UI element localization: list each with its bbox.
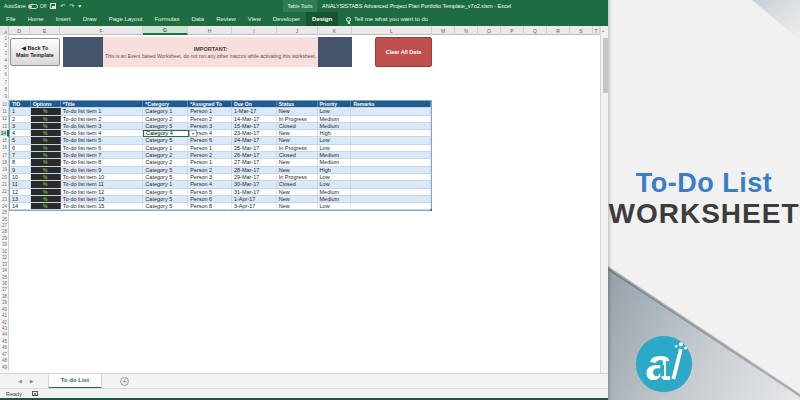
table-header-assignedto[interactable]: *Assigned To: [188, 101, 232, 107]
table-cell[interactable]: [351, 123, 431, 129]
table-cell[interactable]: 3-Apr-17: [232, 203, 277, 209]
table-cell[interactable]: 1: [10, 108, 31, 114]
table-header-status[interactable]: Status: [277, 101, 318, 107]
table-cell[interactable]: Medium: [318, 152, 352, 158]
row-header-13[interactable]: 13: [0, 123, 9, 130]
tab-formulas[interactable]: Formulas: [148, 12, 185, 26]
column-header-F[interactable]: F: [60, 26, 143, 35]
table-cell[interactable]: [351, 174, 431, 180]
table-cell[interactable]: To-do list item 3: [61, 123, 144, 129]
table-cell[interactable]: [351, 108, 431, 114]
table-header-remarks[interactable]: Remarks: [351, 101, 431, 107]
table-cell[interactable]: Category 5: [143, 196, 188, 202]
clear-all-data-button[interactable]: Clear All Data: [375, 37, 432, 67]
table-cell[interactable]: %: [31, 174, 61, 180]
tab-data[interactable]: Data: [185, 12, 210, 26]
table-cell[interactable]: [351, 130, 431, 136]
table-cell[interactable]: [351, 189, 431, 195]
table-cell[interactable]: Person 5: [188, 189, 232, 195]
table-cell[interactable]: Category 5: [143, 174, 188, 180]
row-header-8[interactable]: 8: [0, 86, 9, 93]
table-cell[interactable]: Category 5: [143, 137, 188, 143]
column-header-I[interactable]: I: [232, 26, 277, 35]
column-header-K[interactable]: K: [318, 26, 352, 35]
table-cell[interactable]: To-do list item 11: [61, 181, 144, 187]
row-header-1[interactable]: 1: [0, 35, 9, 42]
table-cell[interactable]: 24-Mar-17: [232, 137, 277, 143]
table-cell[interactable]: 8: [10, 159, 31, 165]
row-header-4[interactable]: 4: [0, 57, 9, 64]
table-cell[interactable]: %: [31, 116, 61, 122]
table-cell[interactable]: Medium: [318, 189, 352, 195]
autosave-toggle[interactable]: AutoSave Off: [4, 3, 46, 9]
table-cell[interactable]: 31-Mar-17: [232, 189, 277, 195]
table-cell[interactable]: 13: [10, 196, 31, 202]
table-cell[interactable]: Person 6: [188, 196, 232, 202]
table-cell[interactable]: Category 5: [143, 167, 188, 173]
table-cell[interactable]: New: [277, 108, 318, 114]
data-validation-dropdown-icon[interactable]: ▾: [189, 130, 197, 137]
table-cell[interactable]: In Progress: [277, 145, 318, 151]
table-cell[interactable]: Low: [318, 145, 352, 151]
table-cell[interactable]: New: [277, 130, 318, 136]
table-cell[interactable]: Category 1: [143, 108, 188, 114]
tab-page-layout[interactable]: Page Layout: [103, 12, 149, 26]
tab-developer[interactable]: Developer: [267, 12, 306, 26]
row-header-21[interactable]: 21: [0, 181, 9, 188]
table-cell[interactable]: [351, 145, 431, 151]
table-cell[interactable]: 14: [10, 203, 31, 209]
row-header-11[interactable]: 11: [0, 108, 9, 115]
table-cell[interactable]: 25-Mar-17: [232, 145, 277, 151]
table-cell[interactable]: %: [31, 167, 61, 173]
table-cell[interactable]: Low: [318, 108, 352, 114]
tell-me-box[interactable]: Tell me what you want to do: [346, 16, 428, 22]
scroll-up-icon[interactable]: ▴: [602, 28, 604, 33]
table-cell[interactable]: %: [31, 189, 61, 195]
table-cell[interactable]: 14-Mar-17: [232, 116, 277, 122]
table-cell[interactable]: 2: [10, 116, 31, 122]
table-cell[interactable]: 12: [10, 189, 31, 195]
column-header-E[interactable]: E: [30, 26, 60, 35]
table-cell[interactable]: Person 2: [188, 152, 232, 158]
table-cell[interactable]: In Progress: [277, 174, 318, 180]
column-header-N[interactable]: N: [455, 26, 478, 35]
row-header-24[interactable]: 24: [0, 203, 9, 210]
table-cell[interactable]: [351, 196, 431, 202]
table-cell[interactable]: 26-Mar-17: [232, 152, 277, 158]
table-cell[interactable]: Medium: [318, 159, 352, 165]
table-cell[interactable]: %: [31, 181, 61, 187]
table-cell[interactable]: To-do list item 1: [61, 108, 144, 114]
table-cell[interactable]: Category 6: [143, 189, 188, 195]
column-header-D[interactable]: D: [9, 26, 30, 35]
table-cell[interactable]: Person 3: [188, 123, 232, 129]
table-cell[interactable]: To-do list item 2: [61, 116, 144, 122]
table-cell[interactable]: To-do list item 6: [61, 145, 144, 151]
tab-home[interactable]: Home: [22, 12, 50, 26]
table-header-priority[interactable]: Priority: [318, 101, 352, 107]
table-cell[interactable]: High: [318, 130, 352, 136]
table-cell[interactable]: Category 1: [143, 145, 188, 151]
table-cell[interactable]: %: [31, 196, 61, 202]
table-cell[interactable]: To-do list item 4: [61, 130, 144, 136]
sheet-tab-to-do-list[interactable]: To do List: [48, 374, 102, 389]
row-header-6[interactable]: 6: [0, 71, 9, 78]
row-header-9[interactable]: 9: [0, 93, 9, 100]
column-header-P[interactable]: P: [501, 26, 524, 35]
table-cell[interactable]: [351, 181, 431, 187]
next-sheet-icon[interactable]: ▶: [30, 378, 34, 384]
table-cell[interactable]: 11: [10, 181, 31, 187]
table-cell[interactable]: To-do list item 9: [61, 167, 144, 173]
row-header-14[interactable]: 14: [0, 130, 9, 137]
table-header-title[interactable]: *Title: [61, 101, 144, 107]
table-cell[interactable]: To-do list item 12: [61, 189, 144, 195]
table-cell[interactable]: Person 6: [188, 137, 232, 143]
row-header-18[interactable]: 18: [0, 159, 9, 166]
row-header-7[interactable]: 7: [0, 79, 9, 86]
table-cell[interactable]: Person 8: [188, 203, 232, 209]
row-header-20[interactable]: 20: [0, 174, 9, 181]
table-cell[interactable]: New: [277, 196, 318, 202]
table-cell[interactable]: 10: [10, 174, 31, 180]
table-cell[interactable]: In Progress: [277, 116, 318, 122]
vertical-scrollbar[interactable]: ▴: [600, 26, 608, 373]
table-cell[interactable]: 1-Mar-17: [232, 108, 277, 114]
